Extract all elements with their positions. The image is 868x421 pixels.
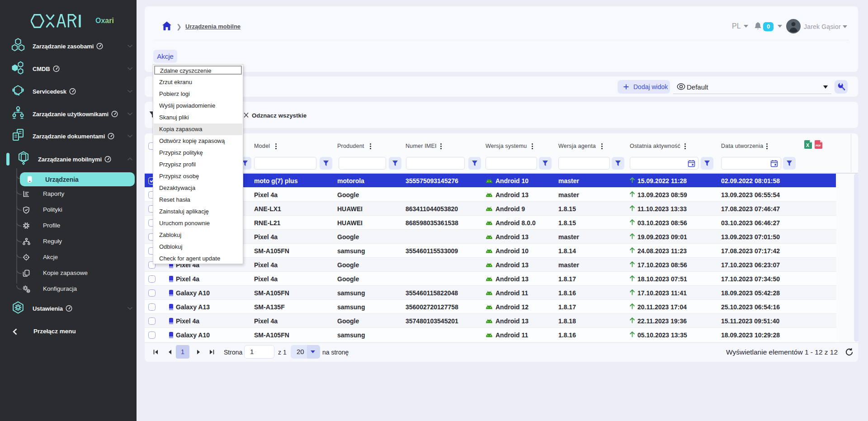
svg-text:X: X bbox=[806, 142, 809, 148]
svg-text:PDF: PDF bbox=[816, 144, 821, 147]
